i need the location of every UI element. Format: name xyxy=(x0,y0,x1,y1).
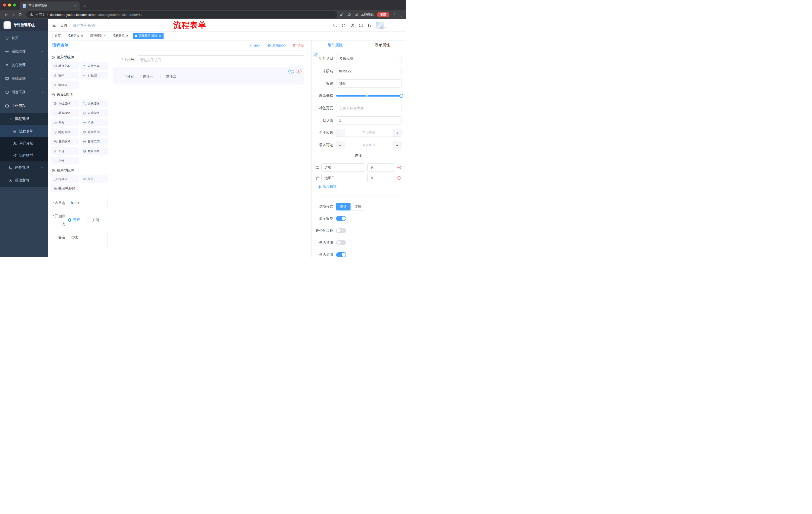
option-label-input[interactable] xyxy=(321,163,365,171)
max-select-value[interactable]: 最多可选 xyxy=(344,141,393,149)
tag-close-icon[interactable]: × xyxy=(81,34,83,37)
sidebar-item-dev-tools[interactable]: 研发工具 xyxy=(0,85,48,99)
bookmark-star-icon[interactable] xyxy=(347,12,351,17)
window-close-button[interactable] xyxy=(3,3,6,6)
checkbox[interactable] xyxy=(160,75,164,78)
palette-item-counter[interactable]: 123计数器 xyxy=(81,72,108,79)
palette-item-checkbox-group[interactable]: 多选框组 xyxy=(81,109,108,117)
sidebar-item-process-management[interactable]: 流程管理 xyxy=(0,113,48,125)
palette-item-date-range[interactable]: 日期范围 xyxy=(81,138,108,145)
status-radio-off[interactable]: 关闭 xyxy=(87,218,99,222)
delete-component-button[interactable] xyxy=(296,69,301,74)
min-select-value[interactable]: 至少应选 xyxy=(344,129,393,137)
route-tag-process-form-edit[interactable]: 流程表单-编辑 × xyxy=(133,33,164,39)
form-remark-textarea[interactable]: 嘿嘿 xyxy=(68,233,108,247)
security-label[interactable]: 不安全 xyxy=(35,12,45,17)
save-button[interactable]: 保存 xyxy=(248,43,260,48)
toolbar-chevron-down-icon[interactable] xyxy=(400,15,404,18)
sidebar-item-task-management[interactable]: 任务管理 xyxy=(0,161,48,174)
status-radio-on[interactable]: 开启 xyxy=(68,218,80,222)
drag-handle-icon[interactable] xyxy=(315,165,319,170)
tab-form-props[interactable]: 表单属性 xyxy=(359,40,406,50)
browser-update-button[interactable]: 更新 xyxy=(377,12,389,17)
phone-input[interactable] xyxy=(137,55,304,64)
drag-handle-icon[interactable] xyxy=(315,176,319,180)
option-label-input[interactable] xyxy=(321,174,365,182)
palette-item-single-line-text[interactable]: 单行文本 xyxy=(51,62,79,70)
tab-close-icon[interactable]: × xyxy=(74,3,77,8)
required-toggle[interactable] xyxy=(336,252,346,257)
fullscreen-icon[interactable] xyxy=(359,23,363,27)
window-minimize-button[interactable] xyxy=(8,3,11,6)
window-zoom-button[interactable] xyxy=(13,3,16,6)
stepper-increase-button[interactable]: + xyxy=(393,141,401,149)
sidebar-item-infrastructure[interactable]: 基础设施 xyxy=(0,72,48,85)
palette-item-slider[interactable]: 滑块 xyxy=(81,119,108,126)
palette-item-date-picker[interactable]: 日期选择 xyxy=(51,138,79,145)
tag-close-icon[interactable]: × xyxy=(159,34,161,37)
default-value-input[interactable] xyxy=(336,116,402,125)
palette-item-password[interactable]: 密码 xyxy=(51,72,79,79)
option-value-input[interactable] xyxy=(367,174,395,182)
sidebar-item-process-form[interactable]: 流程表单 xyxy=(0,125,48,137)
route-tag-home[interactable]: 首页 xyxy=(52,33,63,39)
stepper-decrease-button[interactable]: − xyxy=(337,141,344,149)
sidebar-item-leave-query[interactable]: 请假查询 xyxy=(0,174,48,187)
search-icon[interactable] xyxy=(333,23,337,27)
gender-option-1[interactable]: 选项一 xyxy=(137,75,153,79)
gender-option-2[interactable]: 选项二 xyxy=(160,75,176,79)
github-icon[interactable] xyxy=(342,23,346,28)
design-canvas[interactable]: *手机号 *性别 选项一 选项二 xyxy=(111,51,311,257)
palette-item-radio-group[interactable]: 单选框组 xyxy=(51,109,79,117)
reload-button[interactable] xyxy=(17,11,24,18)
component-type-select[interactable]: 多选框组 xyxy=(336,55,402,63)
app-logo[interactable]: 芋道管理系统 xyxy=(0,19,48,31)
font-size-icon[interactable]: TT xyxy=(367,23,371,27)
style-button-button[interactable]: 按钮 xyxy=(350,203,365,211)
palette-item-editor[interactable]: 编辑器 xyxy=(51,81,79,89)
sidebar-item-system-management[interactable]: 系统管理 xyxy=(0,45,48,58)
palette-item-rate[interactable]: 评分 xyxy=(51,147,79,155)
checkbox[interactable] xyxy=(137,75,141,78)
sidebar-item-workflow[interactable]: 工作流程 xyxy=(0,99,48,113)
palette-item-cascader[interactable]: 级联选择 xyxy=(81,100,108,107)
palette-item-switch[interactable]: 开关 xyxy=(51,119,79,126)
sidebar-item-payment-management[interactable]: ¥ 支付管理 xyxy=(0,58,48,72)
show-label-toggle[interactable] xyxy=(336,216,346,221)
style-default-button[interactable]: 默认 xyxy=(336,203,350,211)
help-icon[interactable] xyxy=(350,23,354,27)
remove-option-button[interactable] xyxy=(397,176,402,180)
password-key-icon[interactable] xyxy=(340,12,344,17)
user-avatar-menu[interactable] xyxy=(376,22,387,29)
route-tag-process-form[interactable]: 流程表单 × xyxy=(110,33,131,39)
sidebar-item-user-group[interactable]: 用户分组 xyxy=(0,137,48,150)
address-bar[interactable]: 不安全 dashboard.yudao.iocoder.cn/bpm/manag… xyxy=(26,11,337,18)
breadcrumb-home[interactable]: 首页 xyxy=(60,23,67,28)
add-option-button[interactable]: 添加选项 xyxy=(318,185,402,189)
sidebar-collapse-button[interactable] xyxy=(48,19,60,31)
palette-item-table[interactable]: 表格[开发中] xyxy=(51,185,79,192)
grid-span-slider[interactable] xyxy=(336,92,402,100)
title-input[interactable] xyxy=(336,79,402,87)
browser-menu-icon[interactable]: ⋮ xyxy=(393,12,397,17)
route-tag-process-definition[interactable]: 流程定义 × xyxy=(65,33,86,39)
palette-item-color-picker[interactable]: 颜色选择 xyxy=(81,147,108,155)
form-name-input[interactable] xyxy=(68,199,108,207)
sidebar-item-process-model[interactable]: 流程模型 xyxy=(0,150,48,161)
copy-component-button[interactable] xyxy=(288,69,294,74)
canvas-field-phone[interactable]: *手机号 xyxy=(113,55,304,64)
disabled-toggle[interactable] xyxy=(336,240,346,245)
route-tag-process-model[interactable]: 流程模型 × xyxy=(88,33,109,39)
palette-item-select[interactable]: 下拉选择 xyxy=(51,100,79,107)
clear-button[interactable]: 清空 xyxy=(292,43,304,48)
tag-close-icon[interactable]: × xyxy=(126,34,128,37)
palette-item-button[interactable]: 按钮 xyxy=(81,175,108,183)
tag-close-icon[interactable]: × xyxy=(104,34,106,37)
with-border-toggle[interactable] xyxy=(336,228,346,233)
palette-item-upload[interactable]: 上传 xyxy=(51,157,79,164)
option-value-input[interactable] xyxy=(367,163,395,171)
forward-button[interactable] xyxy=(9,11,17,18)
label-width-input[interactable] xyxy=(336,104,402,112)
stepper-increase-button[interactable]: + xyxy=(393,129,401,137)
field-name-input[interactable] xyxy=(336,67,402,75)
